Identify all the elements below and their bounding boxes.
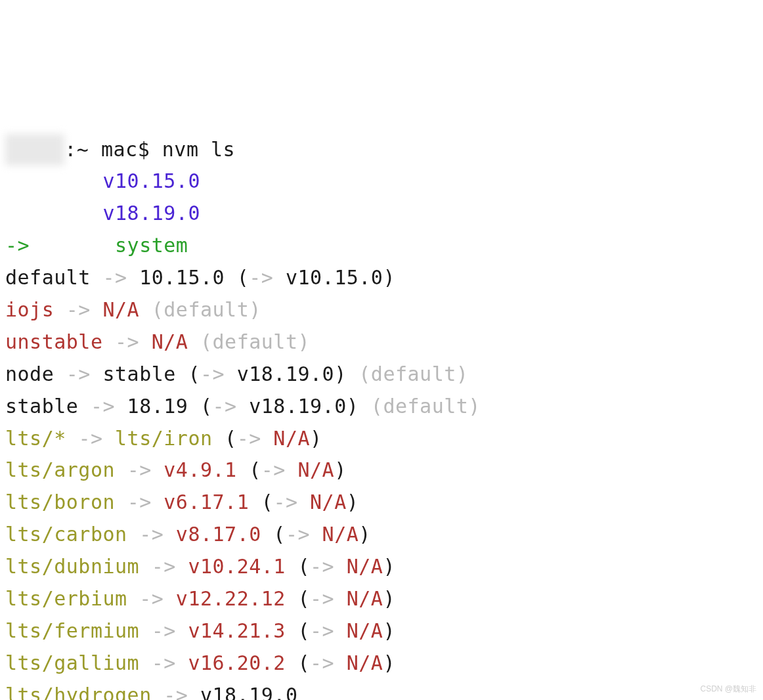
version: v18.19.0 <box>103 202 201 225</box>
alias-segment: -> <box>103 266 127 289</box>
alias-segment: -> <box>78 427 102 450</box>
watermark: CSDN @魏知非 <box>700 683 756 696</box>
indent <box>5 202 103 225</box>
alias-segment: -> <box>310 555 334 578</box>
alias-segment: ( <box>213 427 237 450</box>
alias-segment: N/A <box>91 298 139 321</box>
alias-line: iojs -> N/A (default) <box>5 294 758 326</box>
alias-segment: N/A <box>298 491 347 514</box>
prompt-text: :~ mac$ nvm ls <box>64 138 235 161</box>
alias-line: stable -> 18.19 (-> v18.19.0) (default) <box>5 391 758 423</box>
alias-line: lts/gallium -> v16.20.2 (-> N/A) <box>5 647 758 680</box>
alias-segment: 10.15.0 ( <box>127 266 250 289</box>
alias-segment: N/A <box>261 427 310 450</box>
alias-segment: -> <box>91 395 115 418</box>
alias-segment: -> <box>237 427 261 450</box>
alias-segment: ) <box>347 491 359 514</box>
alias-segment: -> <box>310 587 334 610</box>
alias-segment: node <box>5 362 66 385</box>
alias-segment: -> <box>286 523 310 546</box>
alias-segment: stable ( <box>91 362 200 385</box>
alias-segment: (default) <box>359 395 481 418</box>
alias-segment: -> <box>152 619 176 642</box>
installed-line: v18.19.0 <box>5 202 200 225</box>
alias-segment: v16.20.2 <box>176 651 286 674</box>
alias-segment: v18.19.0) <box>225 362 347 385</box>
indent <box>5 169 103 192</box>
current-label: system <box>115 234 188 257</box>
alias-segment: lts/gallium <box>5 651 152 674</box>
current-arrow: -> <box>5 234 30 257</box>
alias-segment: -> <box>273 491 297 514</box>
alias-segment: ) <box>359 523 371 546</box>
alias-segment: N/A <box>334 587 383 610</box>
alias-segment: v12.22.12 <box>164 587 286 610</box>
alias-segment: N/A <box>334 555 383 578</box>
alias-segment: -> <box>261 458 286 481</box>
alias-line: lts/fermium -> v14.21.3 (-> N/A) <box>5 615 758 647</box>
alias-segment: default <box>5 266 103 289</box>
alias-segment: lts/dubnium <box>5 555 152 578</box>
alias-line: unstable -> N/A (default) <box>5 326 758 359</box>
alias-segment: -> <box>200 362 225 385</box>
alias-segment: -> <box>66 298 91 321</box>
alias-segment: v10.15.0) <box>273 266 395 289</box>
alias-segment: ) <box>310 427 322 450</box>
alias-segment: lts/iron <box>103 427 213 450</box>
alias-segment: v14.21.3 <box>176 619 286 642</box>
alias-segment: -> <box>164 684 188 700</box>
alias-line: lts/carbon -> v8.17.0 (-> N/A) <box>5 519 758 551</box>
alias-segment: lts/carbon <box>5 523 139 546</box>
redacted-host <box>5 134 64 166</box>
alias-segment: ( <box>261 523 286 546</box>
alias-line: lts/argon -> v4.9.1 (-> N/A) <box>5 454 758 487</box>
alias-segment: -> <box>213 395 237 418</box>
installed-line: v10.15.0 <box>5 169 200 192</box>
alias-segment: ) <box>383 651 395 674</box>
alias-segment: N/A <box>286 458 334 481</box>
alias-segment: ( <box>237 458 261 481</box>
alias-segment: ( <box>249 491 273 514</box>
alias-segment: -> <box>127 458 152 481</box>
alias-segment: v18.19.0 <box>188 684 297 700</box>
alias-segment: lts/fermium <box>5 619 152 642</box>
prompt-line: :~ mac$ nvm ls <box>5 138 235 161</box>
alias-line: lts/dubnium -> v10.24.1 (-> N/A) <box>5 551 758 583</box>
alias-line: lts/boron -> v6.17.1 (-> N/A) <box>5 487 758 519</box>
alias-line: default -> 10.15.0 (-> v10.15.0) <box>5 262 758 294</box>
alias-segment: ( <box>286 555 310 578</box>
alias-segment: iojs <box>5 298 66 321</box>
indent <box>30 234 115 257</box>
alias-list: default -> 10.15.0 (-> v10.15.0)iojs -> … <box>5 262 758 700</box>
alias-segment: v4.9.1 <box>152 458 237 481</box>
alias-segment: -> <box>249 266 273 289</box>
alias-segment: -> <box>139 523 164 546</box>
alias-segment: N/A <box>334 619 383 642</box>
alias-segment: v18.19.0) <box>237 395 359 418</box>
alias-segment: lts/hydrogen <box>5 684 164 700</box>
alias-segment: N/A <box>139 330 188 353</box>
alias-segment: lts/argon <box>5 458 127 481</box>
alias-segment: -> <box>152 651 176 674</box>
alias-segment: ) <box>383 555 395 578</box>
alias-line: lts/hydrogen -> v18.19.0 <box>5 680 758 700</box>
alias-segment: v6.17.1 <box>152 491 250 514</box>
alias-segment: ) <box>383 619 395 642</box>
alias-segment: -> <box>66 362 91 385</box>
alias-segment: -> <box>139 587 164 610</box>
alias-segment: ( <box>286 587 310 610</box>
alias-segment: -> <box>115 330 139 353</box>
alias-segment: lts/* <box>5 427 78 450</box>
alias-segment: ( <box>286 619 310 642</box>
alias-segment: N/A <box>310 523 359 546</box>
alias-segment: lts/erbium <box>5 587 139 610</box>
alias-segment: lts/boron <box>5 491 127 514</box>
alias-segment: (default) <box>347 362 469 385</box>
alias-line: lts/erbium -> v12.22.12 (-> N/A) <box>5 583 758 615</box>
alias-segment: 18.19 ( <box>115 395 213 418</box>
alias-segment: -> <box>310 651 334 674</box>
version: v10.15.0 <box>103 169 201 192</box>
alias-segment: N/A <box>334 651 383 674</box>
current-line: -> system <box>5 234 188 257</box>
alias-line: node -> stable (-> v18.19.0) (default) <box>5 359 758 391</box>
